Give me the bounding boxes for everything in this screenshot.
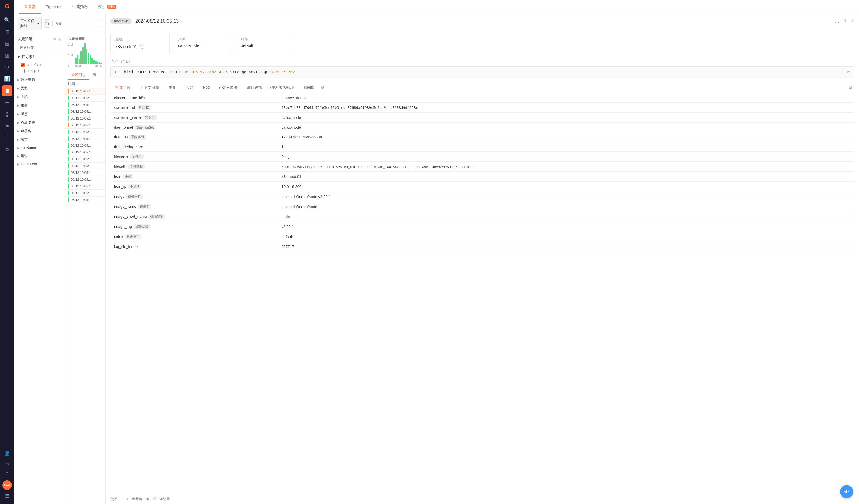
tab-generate-metrics[interactable]: 生成指标 <box>67 0 93 14</box>
sort-icon[interactable]: ↕ <box>76 82 78 86</box>
left-panel-toolbar: 工作空间: 默认 ▾ ⊞ ▾ <box>14 14 105 33</box>
filter-group-container-header[interactable]: ▶ 容器名 <box>17 127 61 135</box>
tab-extended-fields[interactable]: 扩展字段 <box>110 83 135 93</box>
log-index-nginx[interactable]: ⊘ nginx <box>17 68 61 74</box>
log-item[interactable]: 08/12 10:05:1 <box>64 196 105 203</box>
download-icon[interactable]: ⬇ <box>843 18 847 24</box>
filter-group-instanceid-header[interactable]: ▶ InstanceId <box>17 161 61 167</box>
tab-ebpf[interactable]: eBPF 网络 <box>214 83 242 93</box>
filter-group-host-header[interactable]: ▶ 主机 <box>17 93 61 100</box>
filter-tab-button[interactable]: ⊟ <box>846 83 854 93</box>
log-item[interactable]: 08/12 10:05:1 <box>64 169 105 176</box>
sidebar-item-integrations[interactable]: ⚙ <box>2 144 12 155</box>
tab-viewer[interactable]: 查看器 <box>19 0 41 14</box>
tab-context-logs[interactable]: 上下文日志 <box>135 83 164 93</box>
default-checkbox[interactable] <box>21 63 25 67</box>
tag-search-input[interactable] <box>17 44 61 51</box>
info-card-source: 来源 calico-node <box>173 33 232 54</box>
log-item[interactable]: 08/12 10:05:1 <box>64 108 105 115</box>
sidebar-item-help[interactable]: ? <box>2 469 12 480</box>
sidebar-item-home[interactable]: ⊞ <box>2 26 12 37</box>
sidebar-item-menu[interactable]: ☰ <box>2 490 12 501</box>
chevron-down-icon: ▾ <box>37 21 39 26</box>
table-row: cluster_name_k8s guance_demo <box>110 93 854 103</box>
line-number: 1 <box>114 69 120 74</box>
filter-group-error: ▶ 错误 <box>17 152 61 160</box>
log-index-header[interactable]: ▼ 日志索引 <box>17 53 61 61</box>
filter-group-pod-header[interactable]: ▶ Pod 名称 <box>17 119 61 126</box>
fullscreen-icon[interactable]: ⛶ <box>835 18 840 24</box>
tab-host[interactable]: 主机 <box>164 83 181 93</box>
nav-down-button[interactable]: ↓ <box>126 497 128 501</box>
log-item[interactable]: 08/12 10:05:1 <box>64 190 105 196</box>
sidebar-item-settings[interactable]: ⚙ <box>2 62 12 72</box>
table-row: df_metering_size 1 <box>110 142 854 152</box>
fields-table: cluster_name_k8s guance_demo container_i… <box>110 93 854 251</box>
global-search-input[interactable] <box>52 20 102 27</box>
filter-group-type-header[interactable]: ▶ 类型 <box>17 85 61 92</box>
edit-icon[interactable]: ✏ <box>54 37 57 41</box>
status-dot <box>68 150 69 155</box>
info-card-host: 主机 k8s-node01 ⬡ <box>110 33 169 54</box>
copy-button[interactable]: ⧉ <box>847 69 850 75</box>
sidebar-item-chart[interactable]: 📊 <box>2 74 12 84</box>
log-item[interactable]: 08/12 10:05:1 <box>64 136 105 142</box>
status-dot <box>68 109 69 114</box>
sidebar-item-apps[interactable]: ⣿ <box>2 109 12 120</box>
log-item[interactable]: 08/12 10:05:1 <box>64 95 105 101</box>
filter-group-city-header[interactable]: ▶ 城市 <box>17 136 61 143</box>
filter-group-status-header[interactable]: ▶ 状态 <box>17 110 61 118</box>
log-tab-cluster[interactable]: 聚 <box>89 71 100 80</box>
fab-button[interactable]: 👁 <box>840 485 853 498</box>
log-tab-all[interactable]: 全部日志 <box>68 71 89 80</box>
tab-pod[interactable]: Pod <box>198 83 214 93</box>
log-index-section: ▼ 日志索引 ⊘ default ⊘ nginx <box>17 53 61 74</box>
chevron-down-icon: ▼ <box>17 55 21 59</box>
sidebar-item-dashboard[interactable]: ▤ <box>2 38 12 49</box>
sidebar-item-avatar[interactable]: Harl <box>2 480 12 490</box>
filter-group-service-header[interactable]: ▶ 服务 <box>17 102 61 109</box>
collapse-icon[interactable]: ⊟ <box>58 37 61 41</box>
log-item[interactable]: 08/12 10:05:1 <box>64 122 105 129</box>
tab-redis[interactable]: Redis <box>299 83 318 93</box>
sidebar-item-message[interactable]: ✉ <box>2 459 12 469</box>
table-row: log_file_inode 527717 <box>110 242 854 251</box>
close-icon[interactable]: ✕ <box>850 18 854 24</box>
filter-group-datasource-header[interactable]: ▶ 数据来源 <box>17 76 61 83</box>
sidebar-item-search[interactable]: 🔍 <box>2 14 12 25</box>
sidebar-item-report[interactable]: 📋 <box>2 85 12 96</box>
log-item[interactable]: 08/12 10:05:1 <box>64 129 105 136</box>
view-toggle-button[interactable]: ⊞ ▾ <box>44 19 50 28</box>
tab-container[interactable]: 容器 <box>181 83 198 93</box>
chevron-right-icon: ▶ <box>17 112 19 116</box>
tab-infra-linux[interactable]: 基础设施Linux主机监控视图 <box>242 83 299 93</box>
sidebar-item-flag[interactable]: ⚑ <box>2 121 12 131</box>
log-item[interactable]: 08/12 10:05:1 <box>64 115 105 122</box>
add-tab-button[interactable]: ⊕ <box>319 83 327 93</box>
log-item[interactable]: 08/12 10:05:1 <box>64 183 105 190</box>
log-content-box: 1 bird: KRT: Received route 10.103.97.2/… <box>110 66 854 78</box>
sidebar-item-calendar[interactable]: ▦ <box>2 50 12 61</box>
filter-group-appname-header[interactable]: ▶ appName <box>17 145 61 151</box>
tab-pipelines[interactable]: Pipelines <box>41 0 67 14</box>
log-item[interactable]: 08/12 10:05:1 <box>64 142 105 149</box>
content-header: 内容 (74 B) <box>110 59 854 64</box>
log-item[interactable]: 08/12 10:05:1 <box>64 156 105 162</box>
nginx-checkbox[interactable] <box>21 69 25 73</box>
filters-actions: ✏ ⊟ <box>54 37 61 41</box>
nav-up-button[interactable]: ↑ <box>121 497 123 501</box>
log-item[interactable]: 08/12 10:05:1 <box>64 101 105 108</box>
workspace-select[interactable]: 工作空间: 默认 ▾ <box>18 17 42 30</box>
log-item[interactable]: 08/12 10:05:1 <box>64 162 105 169</box>
log-item[interactable]: 08/12 10:05:1 <box>64 149 105 156</box>
log-index-default[interactable]: ⊘ default <box>17 62 61 68</box>
tab-index[interactable]: 索引 NEW <box>93 0 121 14</box>
log-item[interactable]: 08/12 10:05:1 <box>64 88 105 95</box>
filter-group-error-header[interactable]: ▶ 错误 <box>17 152 61 160</box>
sidebar-item-filter[interactable]: ☰ <box>2 97 12 108</box>
chevron-down-icon: ▾ <box>48 21 50 26</box>
detail-panel: unknown 2024/08/12 10:05:13 ⛶ ⬇ ✕ 主机 k8s… <box>106 14 859 504</box>
sidebar-item-shield[interactable]: 🛡 <box>2 132 12 143</box>
sidebar-item-person[interactable]: 👤 <box>2 448 12 459</box>
log-item[interactable]: 08/12 10:05:1 <box>64 176 105 183</box>
